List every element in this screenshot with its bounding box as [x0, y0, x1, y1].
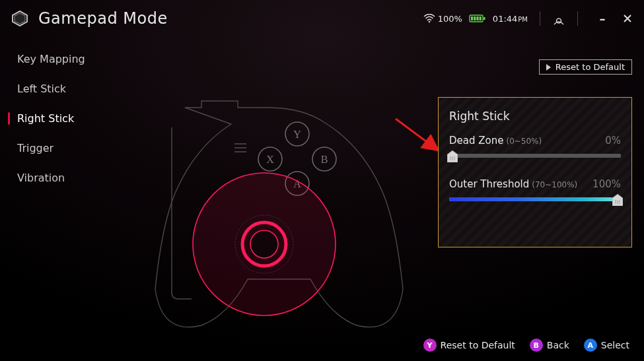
battery-icon: [469, 14, 486, 23]
svg-point-22: [242, 222, 286, 266]
outer-threshold-range: (70~100%): [532, 180, 592, 189]
sidebar-nav: Key Mapping Left Stick Right Stick Trigg…: [12, 51, 85, 185]
deadzone-row: Dead Zone (0~50%) 0%: [449, 135, 621, 161]
gamepad-illustration: Y B A X: [149, 98, 413, 342]
svg-point-15: [312, 147, 336, 171]
svg-point-17: [285, 172, 309, 195]
hint-select-label: Select: [601, 340, 629, 350]
profile-icon[interactable]: [552, 12, 565, 25]
y-button-icon: Y: [423, 339, 437, 352]
card-title: Right Stick: [449, 110, 621, 123]
svg-rect-6: [474, 16, 476, 20]
divider: [540, 11, 540, 26]
hint-reset[interactable]: Y Reset to Default: [423, 339, 515, 352]
svg-point-13: [285, 122, 309, 146]
sidebar-item-left-stick[interactable]: Left Stick: [12, 81, 85, 96]
svg-point-24: [235, 215, 293, 273]
reset-default-button[interactable]: Reset to Default: [539, 59, 632, 75]
svg-text:A: A: [293, 178, 301, 189]
sidebar-item-right-stick[interactable]: Right Stick: [12, 111, 85, 126]
deadzone-label: Dead Zone: [449, 135, 503, 147]
wifi-indicator: 100%: [423, 14, 462, 24]
svg-marker-9: [546, 64, 551, 71]
slider-thumb-icon[interactable]: [612, 194, 623, 206]
outer-threshold-label: Outer Threshold: [449, 178, 529, 190]
svg-point-2: [428, 21, 430, 23]
outer-threshold-row: Outer Threshold (70~100%) 100%: [449, 178, 621, 205]
svg-marker-1: [15, 13, 25, 24]
svg-point-23: [250, 230, 278, 258]
deadzone-value: 0%: [605, 135, 621, 147]
battery-indicator: [469, 14, 486, 23]
divider: [577, 11, 578, 26]
wifi-percent: 100%: [438, 14, 462, 24]
hint-back-label: Back: [547, 340, 569, 350]
svg-text:X: X: [266, 154, 274, 165]
header-bar: Gamepad Mode 100% 01:44PM: [0, 0, 644, 37]
svg-rect-5: [471, 16, 473, 20]
slider-thumb-icon[interactable]: [447, 150, 458, 162]
outer-threshold-value: 100%: [592, 178, 621, 190]
page-title: Gamepad Mode: [38, 9, 168, 28]
deadzone-range: (0~50%): [506, 137, 605, 146]
outer-threshold-slider[interactable]: [449, 194, 621, 205]
svg-line-26: [396, 119, 437, 149]
b-button-icon: B: [530, 339, 543, 352]
sidebar-item-trigger[interactable]: Trigger: [12, 141, 85, 156]
minimize-button[interactable]: –: [596, 13, 608, 24]
marker-icon: [546, 64, 553, 71]
svg-rect-4: [483, 17, 485, 20]
sidebar-item-vibration[interactable]: Vibration: [12, 170, 85, 185]
wifi-icon: [423, 14, 435, 23]
svg-text:B: B: [321, 154, 328, 165]
svg-rect-8: [479, 16, 481, 20]
hint-reset-label: Reset to Default: [441, 340, 515, 350]
svg-text:Y: Y: [293, 129, 301, 140]
svg-point-19: [258, 147, 282, 171]
status-bar: 100% 01:44PM –: [423, 11, 633, 26]
svg-point-21: [193, 173, 336, 315]
hint-back[interactable]: B Back: [530, 339, 569, 352]
right-stick-settings-card: Right Stick Dead Zone (0~50%) 0% Outer T…: [438, 97, 632, 247]
footer-hints: Y Reset to Default B Back A Select: [423, 339, 629, 352]
sidebar-item-key-mapping[interactable]: Key Mapping: [12, 51, 85, 67]
app-logo-icon: [11, 9, 29, 28]
hint-select[interactable]: A Select: [584, 339, 629, 352]
a-button-icon: A: [584, 339, 597, 352]
svg-rect-7: [476, 16, 478, 20]
close-button[interactable]: [622, 13, 633, 24]
reset-default-label: Reset to Default: [555, 62, 625, 72]
clock-time: 01:44PM: [493, 14, 528, 24]
deadzone-slider[interactable]: [449, 150, 621, 161]
